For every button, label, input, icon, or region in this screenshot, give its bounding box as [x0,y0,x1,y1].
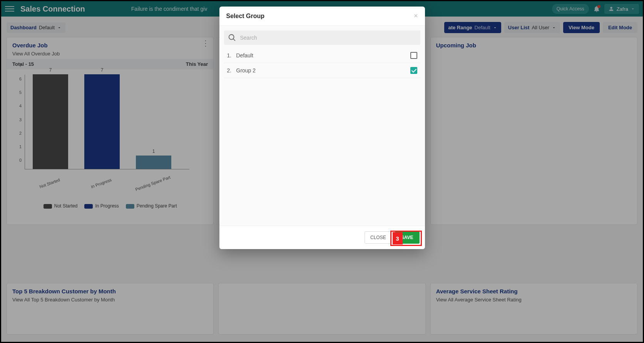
group-number: 1. [227,52,236,59]
close-button[interactable]: CLOSE [365,231,392,244]
group-checkbox[interactable] [410,67,417,74]
modal-overlay[interactable]: Select Group × 1.Default2.Group 2 CLOSE … [1,1,643,342]
group-row[interactable]: 2.Group 2 [224,63,420,78]
group-number: 2. [227,67,236,74]
group-checkbox[interactable] [410,52,417,59]
group-row[interactable]: 1.Default [224,48,420,63]
search-icon [228,33,236,42]
group-name: Group 2 [236,67,256,74]
annotation-number: 3 [393,232,403,244]
search-input[interactable] [240,35,417,41]
search-box[interactable] [224,30,420,45]
group-name: Default [236,52,253,59]
modal-title: Select Group [226,13,265,20]
close-icon[interactable]: × [414,12,418,20]
select-group-modal: Select Group × 1.Default2.Group 2 CLOSE … [219,7,425,249]
